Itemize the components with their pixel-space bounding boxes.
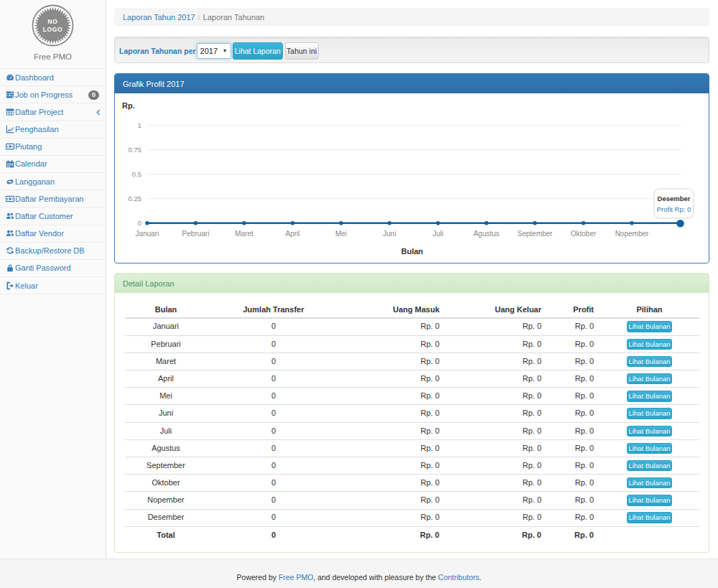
svg-text:Desember: Desember [658, 195, 691, 202]
svg-text:Oktober: Oktober [571, 230, 597, 238]
svg-text:Rp.: Rp. [122, 101, 135, 110]
svg-text:Juli: Juli [432, 230, 443, 238]
svg-text:Profit Rp: 0: Profit Rp: 0 [657, 205, 691, 213]
svg-text:Maret: Maret [235, 230, 253, 238]
svg-text:NO: NO [48, 18, 58, 25]
svg-text:Pebruari: Pebruari [182, 230, 210, 238]
svg-text:Juni: Juni [383, 230, 396, 238]
svg-text:Mei: Mei [335, 230, 347, 238]
svg-text:1: 1 [138, 121, 141, 129]
svg-text:April: April [285, 230, 299, 238]
svg-text:0.25: 0.25 [129, 195, 142, 202]
svg-text:0.75: 0.75 [129, 146, 142, 154]
svg-text:0.5: 0.5 [132, 170, 141, 178]
svg-text:0: 0 [138, 219, 141, 227]
svg-text:LOGO: LOGO [43, 26, 62, 33]
svg-text:Agustus: Agustus [473, 230, 499, 238]
svg-text:Bulan: Bulan [401, 247, 424, 256]
svg-text:Januari: Januari [136, 230, 159, 238]
svg-text:Nopember: Nopember [615, 230, 649, 238]
svg-text:September: September [518, 230, 554, 238]
